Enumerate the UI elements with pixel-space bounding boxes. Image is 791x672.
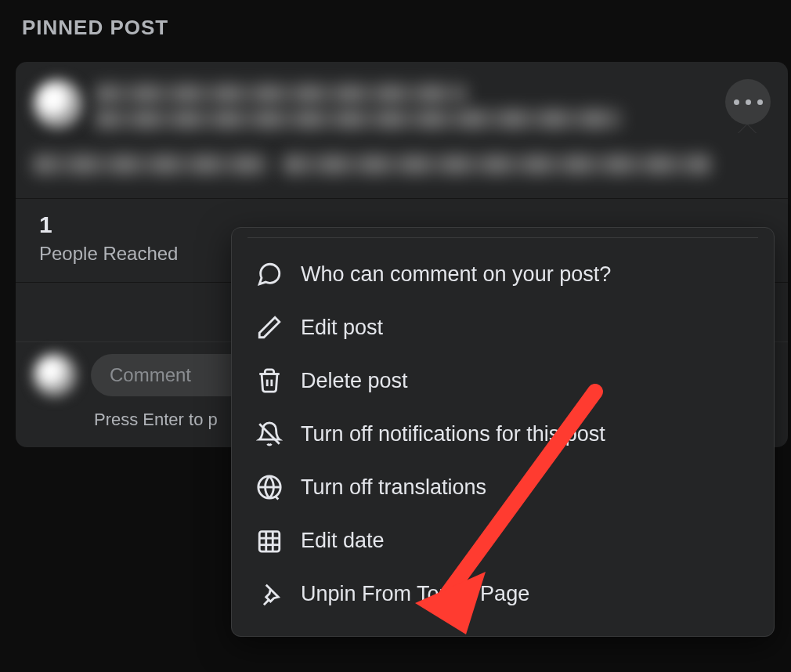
current-user-avatar[interactable] [33, 353, 77, 397]
post-body-blurred [16, 142, 788, 198]
more-icon [746, 99, 751, 105]
pin-icon [255, 580, 284, 608]
post-options-button[interactable] [725, 79, 771, 125]
comment-bubble-icon [255, 260, 284, 288]
more-icon [757, 99, 763, 105]
menu-label: Unpin From Top of Page [301, 582, 529, 606]
menu-item-turn-off-translations[interactable]: Turn off translations [232, 461, 774, 514]
menu-item-unpin[interactable]: Unpin From Top of Page [232, 567, 774, 620]
pinned-post-label: PINNED POST [22, 16, 788, 40]
post-meta-blurred [96, 109, 622, 129]
menu-label: Edit post [301, 316, 383, 340]
calendar-icon [255, 526, 284, 555]
menu-item-delete-post[interactable]: Delete post [232, 354, 774, 407]
menu-label: Delete post [301, 369, 408, 393]
svg-rect-5 [259, 532, 280, 552]
menu-item-turn-off-notifications[interactable]: Turn off notifications for this post [232, 407, 774, 461]
menu-label: Edit date [301, 529, 385, 553]
author-avatar[interactable] [33, 79, 83, 129]
pencil-icon [255, 313, 284, 341]
menu-item-edit-date[interactable]: Edit date [232, 514, 774, 567]
bell-off-icon [255, 420, 284, 448]
menu-label: Who can comment on your post? [301, 262, 611, 287]
menu-item-edit-post[interactable]: Edit post [232, 301, 774, 354]
menu-label: Turn off notifications for this post [301, 422, 605, 446]
globe-icon [255, 473, 284, 501]
post-header [16, 62, 788, 142]
menu-separator [247, 237, 758, 238]
author-name-blurred [96, 84, 467, 104]
menu-label: Turn off translations [301, 475, 486, 500]
trash-icon [255, 367, 284, 395]
dropdown-caret [738, 125, 757, 134]
post-options-menu: Who can comment on your post? Edit post … [231, 227, 775, 637]
menu-item-who-can-comment[interactable]: Who can comment on your post? [232, 247, 774, 301]
more-icon [734, 99, 739, 105]
